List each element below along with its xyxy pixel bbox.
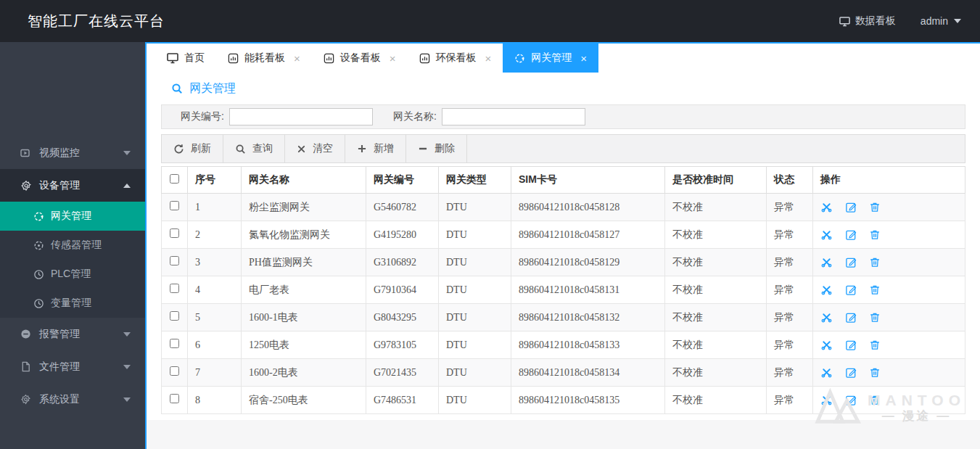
delete-icon[interactable] xyxy=(869,394,881,406)
row-checkbox[interactable] xyxy=(170,339,179,348)
tab-energy-board[interactable]: 能耗看板 × xyxy=(216,44,312,73)
cell-status: 异常 xyxy=(767,304,813,331)
edit-icon[interactable] xyxy=(845,394,857,406)
toolbar-button-label: 清空 xyxy=(313,142,333,155)
cell-index: 4 xyxy=(188,276,242,304)
toolbar-button-label: 删除 xyxy=(435,142,455,155)
edit-icon[interactable] xyxy=(845,284,857,296)
cell-actions xyxy=(813,331,965,359)
column-header: 状态 xyxy=(767,167,813,194)
sidebar-item-sensor-management[interactable]: 传感器管理 xyxy=(0,231,145,260)
tools-icon[interactable] xyxy=(820,228,833,241)
dashboard-icon xyxy=(228,53,239,64)
user-menu[interactable]: admin xyxy=(921,15,961,27)
tab-gateway-management[interactable]: 网关管理 × xyxy=(503,44,598,73)
sidebar-item-file-management[interactable]: 文件管理 xyxy=(0,350,145,383)
delete-button[interactable]: 删除 xyxy=(406,135,467,162)
clock-icon xyxy=(33,298,51,309)
tools-icon[interactable] xyxy=(820,366,833,379)
delete-icon[interactable] xyxy=(869,284,881,296)
delete-icon[interactable] xyxy=(869,366,881,379)
row-checkbox[interactable] xyxy=(170,201,179,210)
clear-x-icon xyxy=(297,144,306,154)
sidebar-item-video-monitor[interactable]: 视频监控 xyxy=(0,136,145,169)
tab-environment-board[interactable]: 环保看板 × xyxy=(408,44,503,73)
cell-gateway-type: DTU xyxy=(439,304,511,331)
row-checkbox[interactable] xyxy=(170,311,179,321)
clear-button[interactable]: 清空 xyxy=(285,135,345,162)
edit-icon[interactable] xyxy=(845,311,857,324)
toolbar-button-label: 查询 xyxy=(252,142,273,155)
cell-gateway-code: G7910364 xyxy=(366,276,439,304)
delete-icon[interactable] xyxy=(869,256,881,268)
toolbar-button-label: 刷新 xyxy=(191,142,211,155)
cell-index: 6 xyxy=(188,331,242,359)
cell-calibrate: 不校准 xyxy=(665,221,767,249)
sidebar-item-label: PLC管理 xyxy=(51,268,91,281)
chevron-down-icon xyxy=(123,332,131,337)
cell-gateway-type: DTU xyxy=(439,221,511,249)
file-icon xyxy=(20,361,39,372)
cell-index: 3 xyxy=(188,249,242,276)
table-row: 6 1250电表 G9783105 DTU 898604121018c04581… xyxy=(162,331,965,359)
column-header: 网关类型 xyxy=(439,167,511,194)
select-all-checkbox[interactable] xyxy=(170,174,179,184)
cell-sim-number: 898604121018c0458129 xyxy=(511,249,665,276)
add-button[interactable]: 新增 xyxy=(345,135,406,162)
close-icon[interactable]: × xyxy=(580,52,587,65)
row-checkbox[interactable] xyxy=(170,256,179,265)
row-checkbox[interactable] xyxy=(170,228,179,238)
gateway-code-input[interactable] xyxy=(229,108,373,125)
sidebar-item-gateway-management[interactable]: 网关管理 xyxy=(0,202,145,231)
search-icon xyxy=(171,83,183,94)
tools-icon[interactable] xyxy=(820,311,833,324)
tools-icon[interactable] xyxy=(820,284,833,296)
cell-index: 1 xyxy=(188,194,242,221)
edit-icon[interactable] xyxy=(845,228,857,241)
tools-icon[interactable] xyxy=(820,394,833,406)
gateway-name-label: 网关名称: xyxy=(393,110,437,123)
tools-icon[interactable] xyxy=(820,339,833,351)
column-header: SIM卡号 xyxy=(511,167,665,194)
sidebar-item-variable-management[interactable]: 变量管理 xyxy=(0,289,145,318)
header-link-label: 数据看板 xyxy=(855,15,896,28)
edit-icon[interactable] xyxy=(845,366,857,379)
row-checkbox-cell xyxy=(162,331,188,359)
cell-calibrate: 不校准 xyxy=(665,387,767,414)
close-icon[interactable]: × xyxy=(390,52,396,65)
cell-status: 异常 xyxy=(767,276,813,304)
edit-icon[interactable] xyxy=(845,201,857,213)
sidebar-item-plc-management[interactable]: PLC管理 xyxy=(0,260,145,289)
cell-gateway-type: DTU xyxy=(439,249,511,276)
query-button[interactable]: 查询 xyxy=(223,135,285,162)
delete-icon[interactable] xyxy=(869,201,881,213)
sidebar-item-alarm-management[interactable]: 报警管理 xyxy=(0,318,145,350)
sidebar-item-device-management[interactable]: 设备管理 xyxy=(0,169,145,202)
edit-icon[interactable] xyxy=(845,339,857,351)
delete-icon[interactable] xyxy=(869,339,881,351)
delete-icon[interactable] xyxy=(869,228,881,241)
gear-icon xyxy=(20,394,39,405)
tab-home[interactable]: 首页 xyxy=(155,44,216,73)
tools-icon[interactable] xyxy=(820,201,833,213)
close-icon[interactable]: × xyxy=(294,52,300,65)
tab-label: 能耗看板 xyxy=(244,52,285,65)
cell-index: 7 xyxy=(188,359,242,387)
gateway-icon xyxy=(33,211,51,222)
close-icon[interactable]: × xyxy=(485,52,492,65)
tab-device-board[interactable]: 设备看板 × xyxy=(312,44,408,73)
sidebar-item-system-settings[interactable]: 系统设置 xyxy=(0,383,145,416)
row-checkbox[interactable] xyxy=(170,366,179,376)
cell-calibrate: 不校准 xyxy=(665,194,767,221)
header-link-dashboard[interactable]: 数据看板 xyxy=(839,15,896,28)
sidebar-item-label: 设备管理 xyxy=(39,179,80,192)
table-row: 2 氮氧化物监测网关 G4195280 DTU 898604121018c045… xyxy=(162,221,965,249)
row-checkbox[interactable] xyxy=(170,284,179,293)
delete-icon[interactable] xyxy=(869,311,881,324)
row-checkbox[interactable] xyxy=(170,394,179,403)
edit-icon[interactable] xyxy=(845,256,857,268)
tab-label: 首页 xyxy=(184,52,205,65)
tools-icon[interactable] xyxy=(820,256,833,268)
gateway-name-input[interactable] xyxy=(442,108,585,125)
refresh-button[interactable]: 刷新 xyxy=(162,135,223,162)
